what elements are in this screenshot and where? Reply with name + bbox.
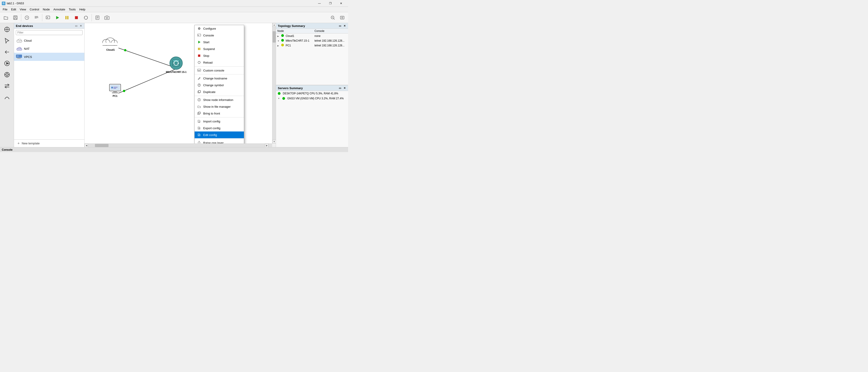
reload-all-btn[interactable] bbox=[81, 13, 90, 22]
ctx-console-item[interactable]: Console bbox=[195, 32, 244, 39]
topo-label-mikrotik: MikroTikCHR7.15-1 bbox=[286, 39, 309, 42]
vscroll-down-arrow[interactable]: ▼ bbox=[272, 140, 276, 143]
open-folder-btn[interactable] bbox=[1, 13, 10, 22]
statusbar: Console bbox=[0, 147, 348, 152]
canvas-node-cloud1[interactable]: Cloud1 bbox=[100, 34, 121, 51]
canvas-node-pc1[interactable]: PC1 bbox=[109, 84, 121, 97]
topology-summary-header: Topology Summary ▭ ✕ bbox=[276, 23, 348, 29]
close-button[interactable]: ✕ bbox=[336, 0, 346, 6]
menu-control[interactable]: Control bbox=[28, 7, 41, 11]
vscroll-thumb[interactable] bbox=[273, 31, 276, 42]
horizontal-scrollbar[interactable]: ◀ ▶ bbox=[85, 143, 272, 147]
maximize-button[interactable]: ❐ bbox=[325, 0, 336, 6]
play-node-btn[interactable] bbox=[2, 58, 12, 69]
topo-row-pc1[interactable]: ▶ PC1 telnet 192.168.126.128... bbox=[276, 43, 348, 48]
servers-restore-btn[interactable]: ▭ bbox=[338, 86, 342, 90]
new-template-plus-icon: ＋ bbox=[17, 141, 20, 146]
hscroll-right-arrow[interactable]: ▶ bbox=[265, 144, 269, 147]
panel-close-btn[interactable]: ✕ bbox=[79, 24, 83, 28]
pointer-tool-btn[interactable] bbox=[2, 35, 12, 46]
menu-tools[interactable]: Tools bbox=[67, 7, 77, 11]
left-toolbar bbox=[0, 23, 14, 147]
menu-node[interactable]: Node bbox=[41, 7, 52, 11]
ctx-start-item[interactable]: Start bbox=[195, 39, 244, 46]
topo-expand-pc1[interactable]: ▶ bbox=[277, 45, 281, 47]
ctx-custom-console-item[interactable]: ⌨ Custom console bbox=[195, 67, 244, 74]
ctx-suspend-item[interactable]: Suspend bbox=[195, 46, 244, 52]
stop-all-btn[interactable] bbox=[72, 13, 81, 22]
ctx-show-file-manager-item[interactable]: Show in file manager bbox=[195, 103, 244, 110]
topo-cell-mikrotik-console: telnet 192.168.126.128... bbox=[313, 38, 348, 43]
history-btn[interactable] bbox=[22, 13, 31, 22]
hscroll-left-arrow[interactable]: ◀ bbox=[85, 144, 88, 147]
servers-close-btn[interactable]: ✕ bbox=[343, 86, 346, 90]
ctx-sep-2 bbox=[195, 74, 244, 75]
ctx-raise-layer-item[interactable]: Raise one layer bbox=[195, 139, 244, 143]
canvas-area[interactable]: Cloud1 bbox=[85, 23, 272, 143]
reload-icon bbox=[197, 60, 202, 65]
device-item-nat[interactable]: NAT bbox=[14, 45, 84, 53]
ctx-import-config-item[interactable]: Import config bbox=[195, 118, 244, 125]
server-row-desktop[interactable]: DESKTOP-14KPETQ CPU 5.3%, RAM 41.8% bbox=[276, 91, 348, 96]
connect-arrows-btn[interactable] bbox=[2, 81, 12, 91]
add-link-btn[interactable] bbox=[2, 47, 12, 57]
vscroll-track[interactable] bbox=[272, 27, 276, 140]
new-template-label: New template bbox=[22, 142, 39, 145]
network-tool-btn[interactable] bbox=[2, 69, 12, 80]
server-expand-gns3vm[interactable]: ▼ bbox=[278, 97, 281, 99]
text-edit-btn[interactable] bbox=[32, 13, 41, 22]
hscroll-track[interactable] bbox=[88, 144, 265, 147]
menu-annotate[interactable]: Annotate bbox=[52, 7, 67, 11]
topo-expand-cloud1[interactable]: ▶ bbox=[277, 35, 281, 37]
topology-restore-btn[interactable]: ▭ bbox=[338, 24, 342, 28]
canvas-node-mikrotik[interactable]: MikroTikCHR7.15-1 bbox=[166, 56, 186, 73]
panel-restore-btn[interactable]: ▭ bbox=[74, 24, 78, 28]
device-item-vpcs[interactable]: VPC VPCS bbox=[14, 53, 84, 61]
new-template-button[interactable]: ＋ New template bbox=[14, 139, 84, 147]
topo-expand-mikrotik[interactable]: ▼ bbox=[277, 40, 281, 42]
curve-tool-btn[interactable] bbox=[2, 92, 12, 103]
svg-point-54 bbox=[170, 57, 182, 69]
menu-view[interactable]: View bbox=[18, 7, 28, 11]
pause-all-btn[interactable] bbox=[62, 13, 71, 22]
mikrotik-shape-container bbox=[169, 56, 183, 70]
capture-btn[interactable] bbox=[102, 13, 112, 22]
minimize-button[interactable]: — bbox=[314, 0, 324, 6]
console-btn[interactable] bbox=[43, 13, 53, 22]
ctx-suspend-label: Suspend bbox=[203, 47, 215, 51]
servers-summary-panel: Servers Summary ▭ ✕ DESKTOP-14KPETQ CPU … bbox=[276, 85, 348, 147]
topo-row-mikrotik[interactable]: ▼ MikroTikCHR7.15-1 telnet 192.168.126.1… bbox=[276, 38, 348, 43]
svg-rect-6 bbox=[66, 16, 67, 19]
device-filter-input[interactable] bbox=[16, 30, 83, 35]
ctx-show-node-info-item[interactable]: Show node information bbox=[195, 96, 244, 103]
start-all-btn[interactable] bbox=[53, 13, 62, 22]
vscroll-up-arrow[interactable]: ▲ bbox=[272, 23, 276, 27]
zoom-fit-btn[interactable] bbox=[328, 13, 337, 22]
save-btn[interactable] bbox=[11, 13, 20, 22]
topo-row-cloud1[interactable]: ▶ Cloud1 none bbox=[276, 33, 348, 38]
screenshot-btn[interactable] bbox=[338, 13, 347, 22]
menu-help[interactable]: Help bbox=[78, 7, 87, 11]
ctx-bring-front-item[interactable]: Bring to front bbox=[195, 110, 244, 117]
ctx-stop-item[interactable]: Stop bbox=[195, 52, 244, 59]
move-tool-btn[interactable] bbox=[2, 24, 12, 35]
device-item-cloud[interactable]: Cloud bbox=[14, 36, 84, 45]
topology-close-btn[interactable]: ✕ bbox=[343, 24, 346, 28]
ctx-change-symbol-item[interactable]: Change symbol bbox=[195, 82, 244, 88]
vertical-scrollbar[interactable]: ▲ ▼ bbox=[272, 23, 276, 143]
ctx-duplicate-item[interactable]: Duplicate bbox=[195, 88, 244, 95]
menu-file[interactable]: File bbox=[1, 7, 9, 11]
pc1-label: PC1 bbox=[113, 94, 117, 97]
ctx-reload-item[interactable]: Reload bbox=[195, 59, 244, 66]
ctx-export-config-item[interactable]: Export config bbox=[195, 125, 244, 132]
device-panel-title: End devices bbox=[16, 24, 33, 28]
ctx-edit-config-item[interactable]: Edit config bbox=[195, 132, 244, 138]
nat-device-label: NAT bbox=[24, 47, 30, 51]
ctx-change-hostname-item[interactable]: Change hostname bbox=[195, 75, 244, 82]
ctx-configure-item[interactable]: ⚙ Configure bbox=[195, 25, 244, 32]
menu-edit[interactable]: Edit bbox=[9, 7, 18, 11]
server-row-gns3vm[interactable]: ▼ GNS3 VM (GNS3 VM) CPU 3.2%, RAM 27.4% bbox=[276, 96, 348, 101]
hscroll-thumb[interactable] bbox=[95, 144, 108, 147]
configure-icon: ⚙ bbox=[197, 26, 202, 31]
notes-btn[interactable] bbox=[93, 13, 102, 22]
